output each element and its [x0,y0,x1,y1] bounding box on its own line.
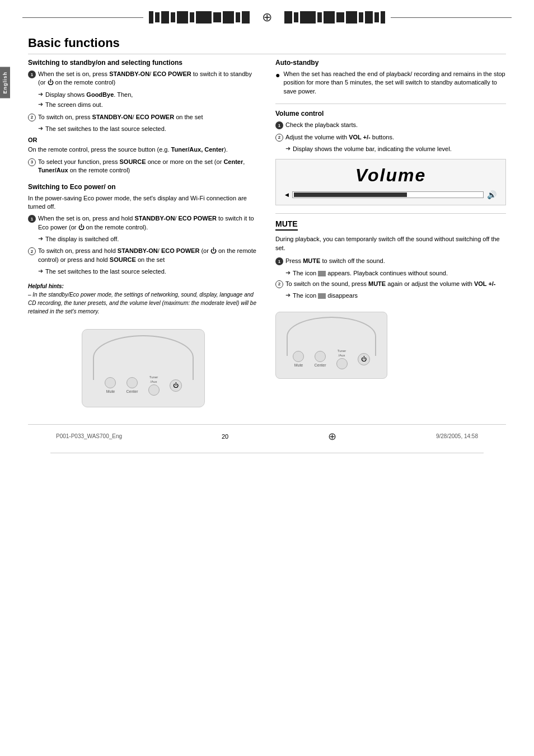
left-column: Switching to standby/on and selecting fu… [28,59,259,413]
bottom-line-left [50,453,267,453]
section-eco-title: Switching to Eco power/ on [28,183,259,191]
arrow-item: ➜ Display shows the volume bar, indicati… [285,145,506,153]
footer-right: 9/28/2005, 14:58 [436,433,478,439]
arrow-icon: ➜ [285,269,291,276]
section-auto-standby: Auto-standby ● When the set has reached … [275,59,506,96]
mute-title-container: MUTE [275,219,506,233]
section-divider [275,213,506,214]
helpful-hints-text: Helpful hints: – In the standby/Eco powe… [28,283,256,314]
item-number: 1 [28,215,36,223]
tuner-label-bottom: /Aux [150,380,157,383]
remote-image-left: Mute Center Tuner /Aux [82,329,205,407]
arrow-icon: ➜ [285,145,291,152]
eco-intro: In the power-saving Eco power mode, the … [28,194,259,212]
auto-standby-title: Auto-standby [275,59,506,67]
arrow-item: ➜ The set switches to the last source se… [38,125,259,133]
arrow-item: ➜ The icon disappears [285,292,506,300]
pattern-block [359,12,363,22]
pattern-block [242,11,250,24]
speaker-icon: 🔊 [487,190,496,199]
page-title: Basic functions [28,36,506,54]
arrow-icon: ➜ [38,125,43,132]
auto-standby-text: When the set has reached the end of play… [283,70,506,96]
pattern-block [294,12,298,22]
or-label: OR [28,137,259,143]
arrow-item: ➜ The display is switched off. [38,235,259,243]
list-item: 3 To select your function, press SOURCE … [28,158,259,175]
volume-bar-fill [294,192,407,197]
center-label: Center [126,389,138,393]
pattern-block [149,11,153,24]
pattern-block [190,12,194,22]
section-standby-title: Switching to standby/on and selecting fu… [28,59,259,67]
arrow-text: The screen dims out. [45,101,259,109]
remote-power-group: ⏻ [170,379,182,392]
item-number: 1 [275,257,283,265]
auto-standby-item: ● When the set has reached the end of pl… [275,70,506,96]
arrow-text: The set switches to the last source sele… [45,125,259,133]
remote-image-right: Mute Center Tuner /Aux [275,312,387,379]
pattern-block [346,11,357,24]
pattern-block [236,12,240,22]
list-item: 1 Press MUTE to switch off the sound. [275,257,506,265]
item-number: 2 [28,247,36,255]
item-number: 3 [28,158,36,166]
arrow-text: The icon appears. Playback continues wit… [293,269,506,278]
item-text: Press MUTE to switch off the sound. [285,257,506,265]
arrow-text: Display shows GoodBye. Then, [45,91,259,99]
item-number: 2 [275,134,283,142]
item-text: When the set is on, press and hold STAND… [38,214,259,232]
section-volume: Volume control 1 Check the playback star… [275,110,506,205]
volume-bar-left: ◀ [285,192,289,198]
tuner-button [148,384,160,396]
remote-arc-right [287,317,376,356]
footer-left: P001-P033_WAS700_Eng [56,433,122,439]
arrow-text: The set switches to the last source sele… [45,267,259,276]
remote-arc [93,335,194,380]
crosshair-icon: ⊕ [262,10,272,25]
section-eco: Switching to Eco power/ on In the power-… [28,183,259,316]
footer-crosshair-icon: ⊕ [328,430,336,443]
list-item: 2 To switch on the sound, press MUTE aga… [275,280,506,288]
arrow-text: Display shows the volume bar, indicating… [293,145,506,153]
pattern-block [196,11,212,24]
pattern-block [300,11,316,24]
arrow-icon: ➜ [38,91,43,98]
arrow-text: The display is switched off. [45,235,259,243]
pattern-block [365,11,373,24]
header-bar: ⊕ [0,0,534,30]
page-container: ⊕ English Basic functions Switching t [0,0,534,756]
arrow-item: ➜ The set switches to the last source se… [38,267,259,276]
header-left-pattern [149,11,250,24]
item-text: Check the playback starts. [285,121,506,129]
arrow-item: ➜ The screen dims out. [38,101,259,109]
bottom-bar [28,448,506,459]
helpful-hints: Helpful hints: – In the standby/Eco powe… [28,282,259,316]
main-content: Basic functions Switching to standby/on … [0,30,534,470]
list-item: 2 Adjust the volume with VOL +/- buttons… [275,133,506,142]
page-footer: P001-P033_WAS700_Eng 20 ⊕ 9/28/2005, 14:… [28,424,506,448]
mute-title: MUTE [275,219,298,231]
header-line-right [391,17,512,18]
volume-bar-track [292,191,484,198]
volume-display: Volume ◀ 🔊 [275,159,506,205]
arrow-icon: ➜ [38,235,43,242]
mute-icon [318,271,326,276]
mute-intro: During playback, you can temporanly swit… [275,235,506,252]
item-number: 2 [275,280,283,288]
item-text: To select your function, press SOURCE on… [38,158,259,175]
pattern-block [374,12,379,22]
pattern-block [223,11,234,24]
volume-label: Volume [285,165,496,186]
pattern-block [213,12,221,22]
bullet-icon: ● [275,71,280,79]
or-text: On the remote control, press the source … [28,145,259,154]
center-label-right: Center [314,363,326,367]
section-divider [275,104,506,104]
tuner-button-right [336,358,348,369]
item-text: To switch on, press STANDBY-ON/ ECO POWE… [38,113,259,121]
arrow-text: The icon disappears [293,292,506,300]
remote-image-left-container: Mute Center Tuner /Aux [28,323,259,413]
list-item: 1 When the set is on, press STANDBY-ON/ … [28,70,259,87]
arrow-icon: ➜ [285,292,291,299]
